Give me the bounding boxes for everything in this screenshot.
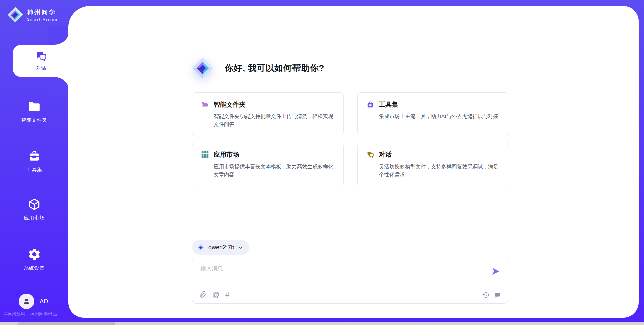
card-description: 智能文件夹功能支持批量文件上传与清洗，轻松实现文件问答	[214, 112, 335, 128]
sidebar-item-label: 系统设置	[24, 265, 45, 271]
card-smart-folder[interactable]: 智能文件夹 智能文件夹功能支持批量文件上传与清洗，轻松实现文件问答	[192, 92, 344, 135]
user-account[interactable]: AD	[19, 294, 48, 309]
chevron-down-icon	[238, 245, 243, 250]
history-icon[interactable]	[483, 291, 489, 298]
folder-icon	[28, 100, 41, 113]
brand-logo: 神州问学 Smart Vision	[7, 7, 58, 23]
sidebar-item-label: 应用市场	[24, 215, 45, 221]
card-description: 集成市场上主流工具，助力AI与外界无缝扩展与对接	[379, 112, 500, 120]
briefcase-icon	[366, 101, 374, 109]
chat-icon	[35, 50, 47, 62]
card-description: 灵活切换多模型文件，支持多样回复效果调试，满足个性化需求	[379, 162, 500, 179]
taskbar-strip	[0, 322, 644, 325]
apps-grid-icon	[201, 151, 209, 159]
cube-icon	[28, 198, 41, 211]
greeting-title: 你好, 我可以如何帮助你?	[225, 62, 324, 74]
model-diamond-icon	[197, 244, 205, 251]
gear-icon	[27, 247, 41, 261]
avatar	[19, 294, 34, 309]
main-panel: 你好, 我可以如何帮助你? 智能文件夹 智能文件夹功能支持批量文件上传与清洗，轻…	[68, 6, 639, 318]
sidebar-item-label: 智能文件夹	[21, 117, 47, 123]
message-composer[interactable]: 输入消息... @ #	[192, 258, 508, 304]
card-title: 工具集	[379, 100, 398, 109]
hash-icon[interactable]: #	[225, 291, 229, 298]
card-description: 应用市场提供丰富长文本模板，助力高效生成多样化文章内容	[214, 162, 335, 179]
send-icon[interactable]	[491, 267, 500, 276]
taskbar-segment	[18, 322, 115, 325]
sidebar-item-toolbox[interactable]: 工具集	[0, 149, 68, 173]
sidebar-footer-text: ©神州数码 · 神州问学出品	[4, 311, 57, 317]
user-initials: AD	[40, 298, 48, 305]
model-selector[interactable]: qwen2:7b	[192, 240, 249, 255]
composer-divider	[192, 287, 508, 287]
sidebar: 神州问学 Smart Vision 对话 智能文件夹 工具集	[0, 0, 68, 319]
sidebar-item-app-market[interactable]: 应用市场	[0, 198, 68, 221]
card-title: 智能文件夹	[214, 100, 246, 109]
card-chat[interactable]: 对话 灵活切换多模型文件，支持多样回复效果调试，满足个性化需求	[357, 143, 509, 187]
feedback-bubble-icon[interactable]	[494, 292, 500, 298]
attachment-icon[interactable]	[200, 291, 206, 298]
mention-icon[interactable]: @	[212, 291, 219, 298]
message-input[interactable]: 输入消息...	[200, 265, 228, 272]
model-name: qwen2:7b	[208, 244, 234, 251]
card-title: 应用市场	[214, 150, 239, 159]
assistant-diamond-icon	[192, 57, 213, 79]
sidebar-item-chat[interactable]: 对话	[13, 45, 70, 77]
sidebar-item-label: 工具集	[26, 167, 42, 173]
card-toolbox[interactable]: 工具集 集成市场上主流工具，助力AI与外界无缝扩展与对接	[357, 92, 509, 135]
brand-subtitle: Smart Vision	[27, 17, 58, 21]
sidebar-item-settings[interactable]: 系统设置	[0, 247, 68, 271]
card-title: 对话	[379, 150, 392, 159]
card-app-market[interactable]: 应用市场 应用市场提供丰富长文本模板，助力高效生成多样化文章内容	[192, 143, 344, 187]
brand-diamond-icon	[7, 7, 23, 23]
brand-name: 神州问学	[27, 8, 58, 16]
feature-cards: 智能文件夹 智能文件夹功能支持批量文件上传与清洗，轻松实现文件问答 工具集 集成…	[192, 92, 509, 187]
active-tab-curve-bottom	[48, 77, 70, 96]
active-tab-curve-top	[48, 26, 70, 45]
chat-icon	[366, 151, 374, 159]
sidebar-item-smart-folder[interactable]: 智能文件夹	[0, 100, 68, 123]
folder-open-icon	[201, 101, 209, 109]
greeting: 你好, 我可以如何帮助你?	[192, 57, 324, 79]
toolbox-icon	[28, 149, 41, 163]
sidebar-item-label: 对话	[36, 65, 47, 71]
